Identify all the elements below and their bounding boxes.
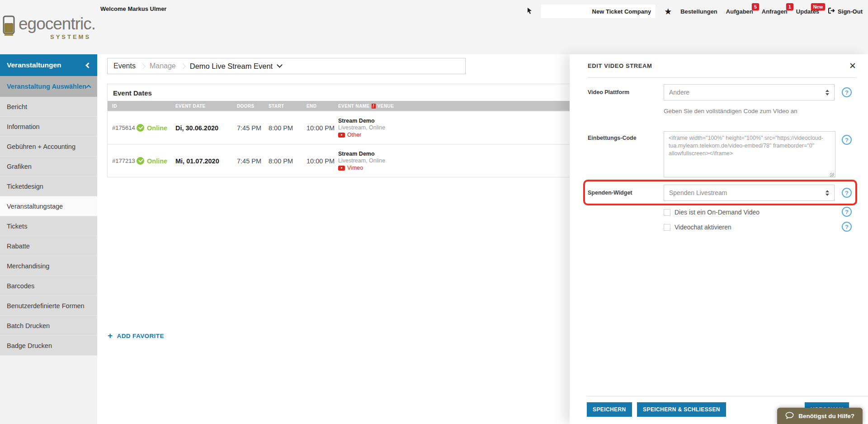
event-name-venue: Stream Demo Livestream, Online Vimeo (338, 147, 570, 175)
embed-code-textarea[interactable]: <iframe width="100%" height="100%" src="… (664, 131, 835, 177)
event-name: Stream Demo (338, 118, 570, 124)
top-header: egocentric. SYSTEMS Welcome Markus Ulmer… (0, 0, 868, 54)
start-time: 8:00 PM (269, 124, 307, 132)
breadcrumb-separator-icon (180, 63, 186, 69)
event-dropdown-chevron-icon[interactable] (277, 62, 283, 68)
videochat-label: Videochat aktivieren (675, 224, 731, 231)
breadcrumb-manage[interactable]: Manage (150, 62, 176, 70)
event-dates-card: Event Dates ID EVENT DATE DOORS START EN… (107, 84, 571, 177)
sidebar-item-bericht[interactable]: Bericht (0, 97, 97, 117)
video-platform-row: Video Plattform Andere (588, 84, 857, 100)
online-check-icon (137, 157, 144, 165)
sidebar-item-grafiken[interactable]: Grafiken (0, 157, 97, 176)
sidebar-item-tickets[interactable]: Tickets (0, 216, 97, 236)
platform-label: Vimeo (347, 165, 363, 171)
sidebar-item-gebuehren-accounting[interactable]: Gebühren + Accounting (0, 137, 97, 157)
col-header-start: START (269, 104, 307, 109)
embed-code-label: Einbettungs-Code (588, 131, 664, 179)
on-demand-checkbox-row[interactable]: Dies ist ein On-Demand Video (664, 209, 760, 216)
platform-row: Other (338, 132, 570, 138)
help-icon-videochat[interactable]: ? (842, 222, 852, 232)
status-badge: Online (137, 124, 175, 132)
event-name-venue: Stream Demo Livestream, Online Other (338, 114, 570, 142)
close-icon[interactable]: ✕ (849, 62, 856, 70)
help-icon-video-platform[interactable]: ? (842, 87, 852, 97)
sign-out-button[interactable]: Sign-Out (828, 7, 863, 15)
end-time: 10:00 PM (307, 124, 338, 132)
event-venue: Livestream, Online (338, 157, 570, 164)
donation-widget-label: Spenden-Widget (588, 190, 664, 196)
col-header-end: END (307, 104, 338, 109)
nav-bestellungen[interactable]: Bestellungen (680, 8, 717, 15)
online-check-icon (137, 124, 144, 132)
breadcrumb-separator-icon (140, 63, 146, 69)
event-id: #175614 (112, 124, 137, 131)
status-badge: Online (137, 157, 175, 165)
sign-out-icon (828, 7, 835, 15)
nav-aufgaben[interactable]: Aufgaben5 (726, 8, 753, 15)
sidebar-item-rabatte[interactable]: Rabatte (0, 236, 97, 256)
select-stepper-icon (826, 90, 829, 95)
breadcrumb: Events Manage Demo Live Stream Event (107, 58, 466, 74)
chevron-up-icon (86, 85, 91, 90)
sidebar-item-batch-drucken[interactable]: Batch Drucken (0, 316, 97, 336)
aufgaben-badge: 5 (752, 3, 759, 10)
sidebar-item-benutzerdefinierte-formen[interactable]: Benutzerdefinierte Formen (0, 296, 97, 316)
app-logo: egocentric. SYSTEMS (3, 15, 95, 40)
anfragen-badge: 1 (786, 3, 793, 10)
sidebar-section-veranstaltung-auswaehlen[interactable]: Veranstaltung Auswählen (0, 76, 97, 97)
logo-wordmark: egocentric. (19, 15, 95, 32)
sidebar-item-barcodes[interactable]: Barcodes (0, 276, 97, 296)
col-header-event-date: EVENT DATE (175, 104, 237, 109)
sidebar-item-information[interactable]: Information (0, 117, 97, 137)
save-and-close-button[interactable]: SPEICHERN & SCHLIESSEN (637, 402, 726, 417)
col-header-id: ID (112, 104, 137, 109)
donation-widget-select[interactable]: Spenden Livestream (664, 185, 835, 201)
start-time: 8:00 PM (269, 157, 307, 165)
help-icon-on-demand[interactable]: ? (842, 207, 852, 217)
on-demand-checkbox[interactable] (664, 209, 670, 216)
event-id: #177213 (112, 157, 137, 164)
sidebar-item-ticketdesign[interactable]: Ticketdesign (0, 176, 97, 196)
event-date: Mi, 01.07.2020 (175, 157, 237, 165)
col-header-doors: DOORS (237, 104, 269, 109)
collapse-chevron-icon[interactable] (85, 62, 91, 68)
resize-handle[interactable] (830, 173, 834, 177)
end-time: 10:00 PM (307, 157, 338, 165)
company-search-input[interactable] (541, 5, 656, 18)
on-demand-label: Dies ist ein On-Demand Video (675, 209, 760, 216)
video-platform-label: Video Plattform (588, 89, 664, 95)
sidebar-item-merchandising[interactable]: Merchandising (0, 256, 97, 276)
help-chat-button[interactable]: Benötigst du Hilfe? (777, 408, 863, 424)
breadcrumb-current-event[interactable]: Demo Live Stream Event (190, 62, 273, 71)
sidebar-item-veranstaltungstage[interactable]: Veranstaltungstage (0, 196, 97, 216)
favorites-star-icon[interactable]: ★ (664, 7, 672, 16)
select-stepper-icon (826, 190, 829, 196)
help-icon-embed-code[interactable]: ? (842, 135, 852, 145)
save-button[interactable]: SPEICHERN (587, 402, 632, 417)
add-favorite-button[interactable]: + ADD FAVORITE (108, 332, 164, 340)
cursor-icon[interactable] (527, 7, 533, 16)
help-icon-donation-widget[interactable]: ? (842, 188, 852, 198)
plus-icon: + (108, 331, 113, 340)
platform-row: Vimeo (338, 165, 570, 171)
panel-title: EDIT VIDEO STREAM (588, 62, 652, 69)
videochat-checkbox-row[interactable]: Videochat aktivieren (664, 224, 731, 231)
speech-bubble-icon (785, 412, 794, 420)
breadcrumb-events[interactable]: Events (113, 62, 136, 70)
updates-badge: New (811, 3, 826, 10)
nav-updates[interactable]: UpdatesNew (796, 8, 819, 15)
logo-sub-wordmark: SYSTEMS (50, 33, 95, 40)
video-platform-icon (338, 133, 345, 138)
sidebar-header-veranstaltungen[interactable]: Veranstaltungen (0, 54, 97, 76)
nav-anfragen[interactable]: Anfragen1 (762, 8, 788, 15)
col-header-event-name-venue: EVENT NAME / VENUE (338, 104, 570, 109)
table-row[interactable]: #175614 Online Di, 30.06.2020 7:45 PM 8:… (108, 111, 570, 144)
videochat-checkbox[interactable] (664, 224, 670, 231)
event-venue: Livestream, Online (338, 124, 570, 131)
sidebar: Veranstaltungen Veranstaltung Auswählen … (0, 54, 97, 424)
sidebar-item-badge-drucken[interactable]: Badge Drucken (0, 336, 97, 356)
video-platform-select[interactable]: Andere (664, 84, 835, 100)
event-name: Stream Demo (338, 151, 570, 157)
table-row[interactable]: #177213 Online Mi, 01.07.2020 7:45 PM 8:… (108, 144, 570, 177)
